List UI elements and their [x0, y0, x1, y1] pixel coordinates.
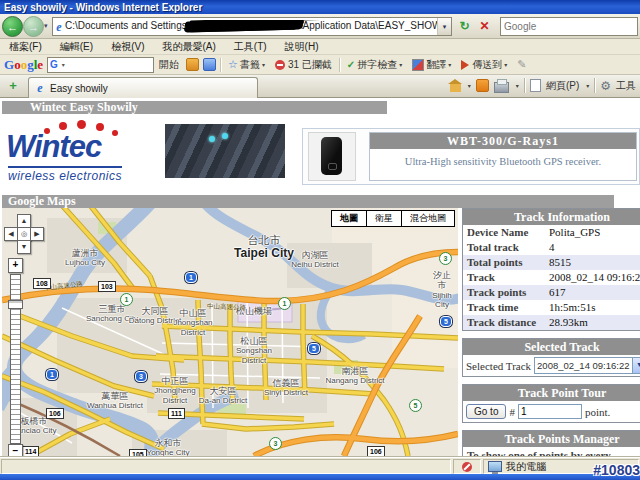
- google-search-input[interactable]: G ▾: [47, 57, 154, 73]
- map-label: 松山區Songshan District: [224, 336, 284, 365]
- rss-feed-icon[interactable]: [476, 79, 489, 92]
- gtb-pen-button[interactable]: ✎: [512, 58, 531, 71]
- pan-left-button[interactable]: ◀: [4, 227, 18, 241]
- point-hash-label: #: [509, 406, 515, 418]
- map-canvas[interactable]: [2, 208, 458, 456]
- map-label: 中正區Jhongjheng District: [145, 376, 205, 405]
- refresh-button[interactable]: ↻: [454, 17, 475, 37]
- home-icon[interactable]: [450, 84, 461, 92]
- track-point-tour-panel: Track Point Tour Go to # point.: [462, 384, 640, 423]
- gtb-gadget2-icon[interactable]: [203, 58, 216, 71]
- zoom-out-button[interactable]: −: [8, 444, 23, 456]
- pan-right-button[interactable]: ▶: [30, 227, 44, 241]
- address-bar[interactable]: e C:\Documents and Settings\Application …: [52, 17, 452, 36]
- panel-title: Track Information: [463, 209, 640, 225]
- gps-device: [321, 137, 342, 175]
- back-button[interactable]: ←: [2, 16, 23, 37]
- search-input[interactable]: [501, 21, 639, 32]
- status-message-area: [1, 459, 451, 474]
- banner: Wintec wireless electronics WBT-300/G-Ra…: [0, 116, 640, 194]
- ie-window: Easy showily - Windows Internet Explorer…: [0, 0, 640, 480]
- gtb-popup-blocked[interactable]: 31 已攔截: [270, 58, 337, 72]
- route-shield: 5: [308, 343, 320, 354]
- ie-page-icon: e: [53, 21, 65, 33]
- window-title: Easy showily - Windows Internet Explorer: [0, 2, 202, 13]
- page-dropdown[interactable]: ▾: [586, 82, 589, 89]
- toolbar-separator: [339, 58, 340, 72]
- menu-view[interactable]: 檢視(V): [102, 40, 153, 54]
- toolbar-separator: [220, 58, 221, 72]
- tab-easy-showily[interactable]: e Easy showily: [28, 77, 258, 98]
- satellite-thumbnail: [165, 124, 285, 178]
- zoom-in-button[interactable]: +: [8, 258, 23, 273]
- map-type-map-button[interactable]: 地圖: [331, 210, 367, 227]
- table-row: Track points617: [463, 285, 640, 300]
- add-favorite-icon[interactable]: +: [7, 80, 19, 92]
- pan-up-button[interactable]: ▲: [17, 214, 31, 228]
- navigation-bar: ← → ▾ e C:\Documents and Settings\Applic…: [0, 14, 640, 39]
- table-row: Device NamePolita_GPS: [463, 225, 640, 240]
- gear-icon: ⚙: [600, 80, 611, 92]
- search-box[interactable]: [500, 17, 638, 36]
- forward-button[interactable]: →: [23, 16, 44, 37]
- product-name: WBT-300/G-Rays1: [370, 133, 636, 149]
- send-arrow-icon: [461, 60, 469, 70]
- gtb-spellcheck-button[interactable]: ✓拼字檢查▾: [342, 58, 407, 72]
- google-g-icon: G: [48, 59, 60, 70]
- menu-favorites[interactable]: 我的最愛(A): [153, 40, 224, 54]
- menu-tools[interactable]: 工具(T): [225, 40, 276, 54]
- ie-page-icon: e: [34, 82, 46, 94]
- tools-menu-button[interactable]: 工具: [616, 79, 636, 93]
- map-label: 南港區Nangang District: [325, 366, 384, 386]
- selected-track-dropdown[interactable]: 2008_02_14 09:16:22 ▼: [534, 357, 640, 374]
- print-dropdown[interactable]: ▾: [516, 82, 519, 89]
- point-number-input[interactable]: [518, 404, 582, 419]
- wintec-logo: Wintec wireless electronics: [6, 120, 161, 190]
- pan-down-button[interactable]: ▼: [17, 240, 31, 254]
- home-dropdown[interactable]: ▾: [468, 82, 471, 89]
- gps-device-image: [308, 132, 356, 181]
- table-row: Total points8515: [463, 255, 640, 270]
- menu-edit[interactable]: 編輯(E): [51, 40, 102, 54]
- chevron-down-icon[interactable]: ▾: [62, 61, 65, 68]
- zone-label: 我的電腦: [506, 460, 546, 474]
- address-dropdown-button[interactable]: ▾: [437, 18, 451, 35]
- gtb-sendto-button[interactable]: 傳送到▾: [456, 58, 512, 72]
- table-row: Track2008_02_14 09:16:22: [463, 270, 640, 285]
- history-dropdown-icon[interactable]: ▾: [44, 22, 48, 30]
- toolbar-separator: [594, 78, 595, 93]
- gtb-translate-button[interactable]: 翻譯▾: [407, 58, 456, 72]
- map-type-satellite-button[interactable]: 衛星: [366, 210, 402, 227]
- chevron-down-icon[interactable]: ▼: [632, 358, 640, 373]
- map-type-hybrid-button[interactable]: 混合地圖: [401, 210, 455, 227]
- menu-file[interactable]: 檔案(F): [0, 40, 51, 54]
- google-map[interactable]: 蘆洲市Lujhou City 台北市Taipei City 內湖區Neihu D…: [2, 208, 458, 456]
- check-icon: ✓: [347, 59, 355, 70]
- table-row: Track time1h:5m:51s: [463, 300, 640, 315]
- highway-shield: 5: [409, 399, 422, 412]
- menu-help[interactable]: 說明(H): [276, 40, 328, 54]
- pan-center-button[interactable]: ◎: [17, 227, 31, 241]
- table-row: Track distance28.93km: [463, 315, 640, 330]
- route-shield: 5: [440, 316, 452, 327]
- page-icon: [530, 79, 541, 92]
- map-label: 內湖區Neihu District: [291, 250, 339, 270]
- google-logo: Google: [0, 57, 47, 73]
- print-icon[interactable]: [494, 82, 509, 93]
- watermark-text: #10803: [593, 462, 640, 478]
- wintec-tagline: wireless electronics: [8, 166, 122, 183]
- gtb-gadget-icon[interactable]: [186, 58, 199, 71]
- table-row: Total track4: [463, 240, 640, 255]
- map-label: 永和市Yonghe City: [147, 438, 190, 456]
- stop-button[interactable]: ✕: [474, 17, 495, 37]
- highway-shield: 1: [278, 297, 291, 310]
- zoom-slider-handle[interactable]: [8, 300, 23, 309]
- track-points-manager-panel: Track Points Manager To show one of poin…: [462, 430, 640, 457]
- road-shield: 106: [367, 446, 385, 456]
- star-icon: ☆: [228, 58, 238, 71]
- tab-bar: + e Easy showily ▾ ▾ 網頁(P)▾ ⚙ 工具: [0, 75, 640, 98]
- page-menu-button[interactable]: 網頁(P): [546, 79, 579, 93]
- gtb-bookmarks-button[interactable]: ☆書籤▾: [223, 58, 270, 72]
- gtb-start-button[interactable]: 開始: [154, 58, 184, 72]
- goto-button[interactable]: Go to: [466, 404, 506, 419]
